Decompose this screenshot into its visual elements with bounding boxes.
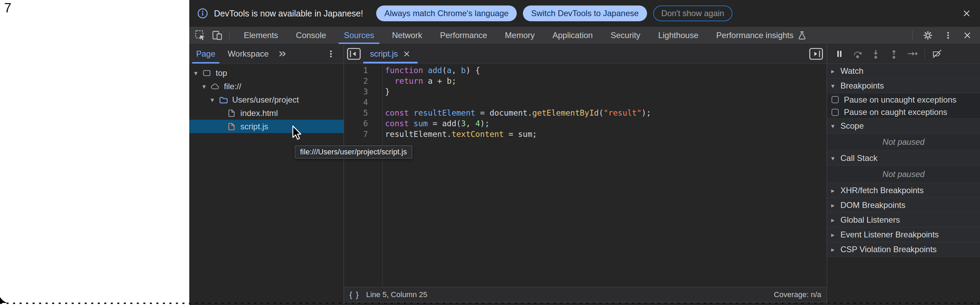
- tree-item-users-user-project[interactable]: ▾Users/user/project: [189, 93, 344, 106]
- tab-security[interactable]: Security: [602, 27, 649, 44]
- tab-lighthouse[interactable]: Lighthouse: [649, 27, 707, 44]
- line-number[interactable]: 1: [344, 65, 382, 76]
- pretty-print-icon[interactable]: { }: [349, 290, 360, 300]
- checkbox-row-pause-on-uncaught-exceptions[interactable]: Pause on uncaught exceptions: [827, 93, 980, 106]
- tab-sources[interactable]: Sources: [335, 27, 383, 44]
- step-button[interactable]: [906, 48, 918, 60]
- toolbar-divider: [924, 49, 925, 59]
- inspect-icon[interactable]: [194, 29, 207, 42]
- tree-item-label: Users/user/project: [232, 95, 299, 105]
- secondary-toolbar: PageWorkspace script.js: [189, 44, 980, 64]
- step-into-button[interactable]: [870, 48, 881, 60]
- tree-item-label: script.js: [240, 122, 268, 131]
- bottom-dashed-line: [0, 303, 980, 304]
- code-line: 5const resultElement = document.getEleme…: [344, 108, 827, 118]
- tree-expand-arrow-icon[interactable]: ▾: [202, 82, 210, 91]
- gutter-divider: [382, 64, 383, 286]
- inspect-cursor-icon: [194, 29, 207, 42]
- editor-tab-label: script.js: [370, 49, 398, 59]
- tab-performance-insights[interactable]: Performance insights: [707, 27, 816, 44]
- navigator-menu-icon[interactable]: [326, 49, 336, 59]
- line-number[interactable]: 5: [344, 108, 382, 118]
- tab-performance[interactable]: Performance: [431, 27, 496, 44]
- section-header-watch[interactable]: ▸Watch: [827, 64, 980, 78]
- line-number[interactable]: 7: [344, 129, 382, 140]
- more-menu-icon[interactable]: [943, 30, 953, 40]
- deactivate-breakpoints-icon: [931, 48, 943, 60]
- checkbox-row-pause-on-caught-exceptions[interactable]: Pause on caught exceptions: [827, 106, 980, 119]
- devtools-content: ▾top▾file://▾Users/user/projectindex.htm…: [189, 64, 980, 305]
- code-editor-pane[interactable]: 1function add(a, b) {2 return a + b;3}45…: [344, 64, 827, 305]
- line-number[interactable]: 6: [344, 118, 382, 129]
- close-tab-icon[interactable]: [402, 50, 411, 58]
- notification-action-don-t-show-again[interactable]: Don't show again: [653, 5, 732, 21]
- code-line: 4: [344, 97, 827, 108]
- tab-label: Application: [552, 30, 592, 40]
- section-header-breakpoints[interactable]: ▾Breakpoints: [827, 78, 980, 93]
- navigator-tab-workspace[interactable]: Workspace: [222, 44, 274, 64]
- tree-item-script-js[interactable]: script.js: [189, 120, 344, 133]
- settings-gear-icon[interactable]: [922, 29, 934, 42]
- tab-console[interactable]: Console: [287, 27, 335, 44]
- tab-label: Security: [611, 30, 641, 40]
- tree-item-index-html[interactable]: index.html: [189, 106, 344, 120]
- section-expand-arrow-icon: ▸: [831, 231, 840, 239]
- tab-network[interactable]: Network: [383, 27, 431, 44]
- code-line: 3}: [344, 86, 827, 97]
- pause-button[interactable]: [834, 48, 845, 60]
- tree-item-top[interactable]: ▾top: [189, 66, 344, 80]
- section-empty-state: Not paused: [827, 133, 980, 151]
- cursor-fragment-icon: [0, 297, 8, 303]
- section-header-dom-breakpoints[interactable]: ▸DOM Breakpoints: [827, 198, 980, 213]
- deactivate-breakpoints-button[interactable]: [931, 48, 943, 60]
- tab-label: Performance insights: [716, 30, 794, 40]
- tree-expand-arrow-icon[interactable]: ▾: [194, 69, 202, 77]
- code-line-content: [382, 97, 385, 108]
- editor-tab-script-js[interactable]: script.js: [363, 44, 418, 64]
- section-header-scope[interactable]: ▾Scope: [827, 119, 980, 133]
- step-out-button[interactable]: [888, 48, 900, 60]
- hide-navigator-icon[interactable]: [347, 47, 361, 61]
- cursor-position-label: Line 5, Column 25: [366, 290, 428, 299]
- tree-expand-arrow-icon[interactable]: ▾: [210, 96, 219, 104]
- section-header-event-listener-breakpoints[interactable]: ▸Event Listener Breakpoints: [827, 227, 980, 242]
- toolbar-divider: [229, 30, 229, 40]
- code-line-content: resultElement.textContent = sum;: [382, 129, 537, 140]
- tree-item-file[interactable]: ▾file://: [189, 80, 344, 93]
- navigator-pane: ▾top▾file://▾Users/user/projectindex.htm…: [189, 64, 344, 305]
- navigator-tabs: PageWorkspace: [189, 44, 274, 64]
- section-collapse-arrow-icon: ▾: [831, 154, 840, 162]
- notification-close-icon[interactable]: [961, 8, 972, 19]
- tab-memory[interactable]: Memory: [496, 27, 544, 44]
- line-number[interactable]: 3: [344, 86, 382, 97]
- more-tabs-icon[interactable]: [278, 49, 288, 59]
- code-line: 7resultElement.textContent = sum;: [344, 129, 827, 140]
- notification-action-always-match-chrome-s-language[interactable]: Always match Chrome's language: [376, 5, 517, 21]
- line-number[interactable]: 2: [344, 76, 382, 86]
- toolbar-right-icons: [912, 27, 972, 44]
- device-toolbar-icon[interactable]: [211, 29, 224, 42]
- section-header-xhr-fetch-breakpoints[interactable]: ▸XHR/fetch Breakpoints: [827, 183, 980, 198]
- frame-icon: [202, 69, 211, 78]
- main-toolbar: ElementsConsoleSourcesNetworkPerformance…: [189, 27, 980, 44]
- step-over-button[interactable]: [852, 48, 864, 60]
- file-path-tooltip: file:///Users/user/project/script.js: [295, 145, 412, 158]
- checkbox[interactable]: [832, 109, 839, 116]
- section-header-global-listeners[interactable]: ▸Global Listeners: [827, 213, 980, 227]
- navigator-tab-page[interactable]: Page: [191, 44, 221, 64]
- tab-elements[interactable]: Elements: [235, 27, 287, 44]
- line-number[interactable]: 4: [344, 97, 382, 108]
- show-debugger-sidebar-icon[interactable]: [809, 47, 823, 61]
- tab-application[interactable]: Application: [544, 27, 601, 44]
- checkbox-label: Pause on uncaught exceptions: [844, 95, 956, 105]
- close-devtools-icon[interactable]: [962, 30, 972, 40]
- flask-icon: [797, 30, 807, 40]
- section-label: Call Stack: [840, 153, 878, 163]
- info-icon: [197, 8, 208, 19]
- checkbox[interactable]: [832, 96, 839, 103]
- section-header-call-stack[interactable]: ▾Call Stack: [827, 151, 980, 166]
- section-header-csp-violation-breakpoints[interactable]: ▸CSP Violation Breakpoints: [827, 242, 980, 257]
- code-area[interactable]: 1function add(a, b) {2 return a + b;3}45…: [344, 64, 827, 286]
- section-expand-arrow-icon: ▸: [831, 67, 840, 75]
- notification-action-switch-devtools-to-japanese[interactable]: Switch DevTools to Japanese: [523, 5, 647, 21]
